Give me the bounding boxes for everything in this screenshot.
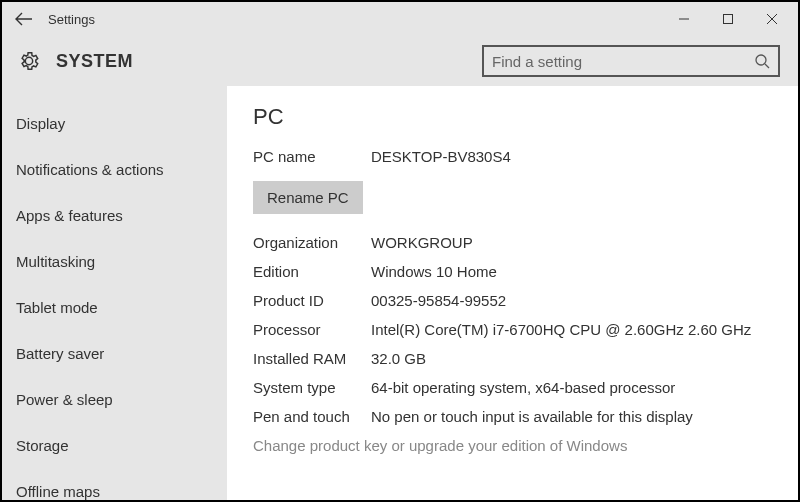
main-content: PC PC name DESKTOP-BV830S4 Rename PC Org… — [227, 86, 798, 500]
close-button[interactable] — [750, 4, 794, 34]
svg-point-4 — [756, 55, 766, 65]
section-heading: PC — [253, 104, 772, 130]
search-input[interactable] — [492, 53, 754, 70]
product-id-row: Product ID 00325-95854-99552 — [253, 292, 772, 309]
edition-row: Edition Windows 10 Home — [253, 263, 772, 280]
pc-name-label: PC name — [253, 148, 371, 165]
sidebar-item-label: Offline maps — [16, 483, 100, 500]
titlebar: Settings — [2, 2, 798, 36]
system-type-label: System type — [253, 379, 371, 396]
organization-value: WORKGROUP — [371, 234, 772, 251]
ram-label: Installed RAM — [253, 350, 371, 367]
minimize-icon — [679, 14, 689, 24]
change-product-key-link[interactable]: Change product key or upgrade your editi… — [253, 437, 772, 454]
minimize-button[interactable] — [662, 4, 706, 34]
sidebar-item-battery[interactable]: Battery saver — [2, 330, 227, 376]
sidebar-item-label: Display — [16, 115, 65, 132]
edition-label: Edition — [253, 263, 371, 280]
header: SYSTEM — [2, 36, 798, 86]
sidebar-item-display[interactable]: Display — [2, 100, 227, 146]
maximize-button[interactable] — [706, 4, 750, 34]
back-button[interactable] — [6, 4, 42, 34]
system-type-value: 64-bit operating system, x64-based proce… — [371, 379, 772, 396]
rename-pc-button[interactable]: Rename PC — [253, 181, 363, 214]
search-icon — [754, 53, 770, 69]
sidebar-item-label: Notifications & actions — [16, 161, 164, 178]
svg-line-5 — [765, 64, 769, 68]
edition-value: Windows 10 Home — [371, 263, 772, 280]
search-box[interactable] — [482, 45, 780, 77]
processor-label: Processor — [253, 321, 371, 338]
pen-touch-label: Pen and touch — [253, 408, 371, 425]
sidebar-item-notifications[interactable]: Notifications & actions — [2, 146, 227, 192]
svg-rect-1 — [724, 15, 733, 24]
pc-name-row: PC name DESKTOP-BV830S4 — [253, 148, 772, 165]
close-icon — [767, 14, 777, 24]
processor-row: Processor Intel(R) Core(TM) i7-6700HQ CP… — [253, 321, 772, 338]
gear-icon — [16, 48, 42, 74]
pc-name-value: DESKTOP-BV830S4 — [371, 148, 772, 165]
sidebar-item-apps[interactable]: Apps & features — [2, 192, 227, 238]
sidebar-item-label: Power & sleep — [16, 391, 113, 408]
window-title: Settings — [48, 12, 95, 27]
sidebar-item-offline-maps[interactable]: Offline maps — [2, 468, 227, 500]
arrow-left-icon — [15, 12, 33, 26]
sidebar: Display Notifications & actions Apps & f… — [2, 86, 227, 500]
maximize-icon — [723, 14, 733, 24]
sidebar-item-storage[interactable]: Storage — [2, 422, 227, 468]
pen-touch-value: No pen or touch input is available for t… — [371, 408, 772, 425]
processor-value: Intel(R) Core(TM) i7-6700HQ CPU @ 2.60GH… — [371, 321, 772, 338]
sidebar-item-power[interactable]: Power & sleep — [2, 376, 227, 422]
ram-value: 32.0 GB — [371, 350, 772, 367]
pen-touch-row: Pen and touch No pen or touch input is a… — [253, 408, 772, 425]
organization-row: Organization WORKGROUP — [253, 234, 772, 251]
product-id-label: Product ID — [253, 292, 371, 309]
sidebar-item-tablet[interactable]: Tablet mode — [2, 284, 227, 330]
sidebar-item-label: Storage — [16, 437, 69, 454]
sidebar-item-label: Multitasking — [16, 253, 95, 270]
sidebar-item-label: Battery saver — [16, 345, 104, 362]
product-id-value: 00325-95854-99552 — [371, 292, 772, 309]
sidebar-item-multitasking[interactable]: Multitasking — [2, 238, 227, 284]
sidebar-item-label: Tablet mode — [16, 299, 98, 316]
system-type-row: System type 64-bit operating system, x64… — [253, 379, 772, 396]
sidebar-item-label: Apps & features — [16, 207, 123, 224]
page-title: SYSTEM — [56, 51, 133, 72]
ram-row: Installed RAM 32.0 GB — [253, 350, 772, 367]
organization-label: Organization — [253, 234, 371, 251]
